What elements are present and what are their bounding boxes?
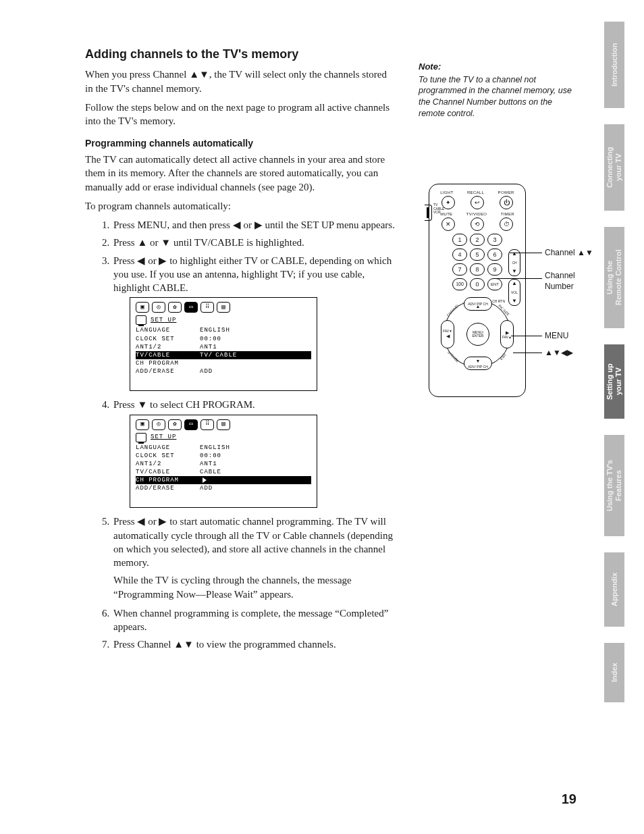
note-body: To tune the TV to a channel not programm… xyxy=(419,74,575,120)
dpad-down[interactable]: ▼ADV/ PIP CH xyxy=(464,357,492,370)
left-icon: ◀ xyxy=(137,254,145,267)
intro-paragraph-2: Follow the steps below and on the next p… xyxy=(85,101,396,128)
osd-screenshot-1: ▣◎✿▭⠿▤ SET UP LANGUAGEENGLISH CLOCK SET0… xyxy=(130,297,317,391)
ent-button[interactable]: ENT xyxy=(487,278,502,290)
timer-button[interactable]: ⏱ xyxy=(500,217,513,231)
num-100[interactable]: 100 xyxy=(452,278,467,290)
page-number: 19 xyxy=(562,790,576,808)
up-down-icon: ▲▼ xyxy=(189,68,209,81)
callout-channel-number: Channel Number xyxy=(545,270,575,292)
num-0[interactable]: 0 xyxy=(470,278,485,290)
sub-intro: The TV can automatically detect all acti… xyxy=(85,153,396,194)
step-2: Press ▲ or ▼ until TV/CABLE is highlight… xyxy=(112,236,396,249)
intro-paragraph-1: When you press Channel ▲▼, the TV will s… xyxy=(85,68,396,95)
dpad-left[interactable]: FAV▼◀ xyxy=(441,320,454,348)
tvvideo-button[interactable]: ⟲ xyxy=(471,217,484,231)
section-tabs: Introduction Connecting your TV Using th… xyxy=(604,22,624,719)
tab-index[interactable]: Index xyxy=(604,643,624,702)
callout-channel: Channel ▲▼ xyxy=(545,247,593,258)
leader-line xyxy=(511,336,542,336)
osd-title: SET UP xyxy=(151,316,176,324)
step-6: When channel programming is complete, th… xyxy=(112,606,396,634)
num-4[interactable]: 4 xyxy=(452,249,467,261)
dpad-right[interactable]: ▶FAV▲ xyxy=(500,320,514,348)
tab-remote[interactable]: Using the Remote Control xyxy=(604,227,624,328)
up-icon: ▲ xyxy=(137,236,147,249)
num-5[interactable]: 5 xyxy=(470,249,485,261)
up-down-icon: ▲▼ xyxy=(173,637,194,651)
osd-icon-row: ▣◎✿▭⠿▤ xyxy=(136,302,311,313)
remote-outline: TVCABLEVCR LIGHTRECALLPOWER ✦ ↩ ⏻ MUTETV… xyxy=(429,184,526,397)
left-icon: ◀ xyxy=(233,218,241,232)
tv-icon xyxy=(136,433,146,442)
up-icon: ▲ xyxy=(512,281,517,286)
down-icon: ▼ xyxy=(161,236,171,249)
num-2[interactable]: 2 xyxy=(470,234,485,246)
mode-slider xyxy=(425,205,432,221)
down-icon: ▼ xyxy=(137,398,147,411)
tab-introduction[interactable]: Introduction xyxy=(604,22,624,108)
right-triangle-icon xyxy=(203,477,207,483)
step-1: Press MENU, and then press ◀ or ▶ until … xyxy=(112,218,396,232)
leader-line xyxy=(513,353,542,353)
osd-screenshot-2: ▣◎✿▭⠿▤ SET UP LANGUAGEENGLISH CLOCK SET0… xyxy=(130,415,317,509)
osd-icon-row: ▣◎✿▭⠿▤ xyxy=(136,419,311,430)
page: Adding channels to the TV's memory When … xyxy=(0,0,644,834)
num-9[interactable]: 9 xyxy=(487,263,502,276)
tab-appendix[interactable]: Appendix xyxy=(604,552,624,627)
leader-line xyxy=(510,253,542,253)
num-1[interactable]: 1 xyxy=(452,234,467,246)
top-label-row-1: LIGHTRECALLPOWER xyxy=(433,190,521,195)
page-title: Adding channels to the TV's memory xyxy=(85,46,396,62)
left-icon: ◀ xyxy=(137,515,145,528)
top-button-row-2: ✕ ⟲ ⏱ xyxy=(433,217,521,231)
num-7[interactable]: 7 xyxy=(452,263,467,276)
step-7: Press Channel ▲▼ to view the programmed … xyxy=(112,637,396,651)
num-3[interactable]: 3 xyxy=(487,234,502,246)
dpad-up[interactable]: ADV/ PIP CH▲ xyxy=(464,297,492,311)
top-label-row-2: MUTETV/VIDEOTIMER xyxy=(433,211,521,217)
top-button-row-1: ✦ ↩ ⏻ xyxy=(433,196,521,209)
mute-button[interactable]: ✕ xyxy=(441,217,455,231)
section-subheading: Programming channels automatically xyxy=(85,137,396,150)
callout-arrows: ▲▼◀▶ xyxy=(545,347,573,358)
power-button[interactable]: ⏻ xyxy=(500,196,513,209)
tab-setting-up[interactable]: Setting up your TV xyxy=(604,344,624,419)
down-icon: ▼ xyxy=(512,269,517,274)
main-content: Adding channels to the TV's memory When … xyxy=(85,46,396,658)
dpad: ADV/ PIP CH▲ ▼ADV/ PIP CH ▶FAV▲ FAV▼◀ ME… xyxy=(444,300,511,367)
leader-line xyxy=(496,278,542,279)
remote-diagram: TVCABLEVCR LIGHTRECALLPOWER ✦ ↩ ⏻ MUTETV… xyxy=(429,184,604,397)
step-3: Press ◀ or ▶ to highlight either TV or C… xyxy=(112,254,396,392)
menu-enter-button[interactable]: MENU/ ENTER xyxy=(466,323,489,346)
tv-icon xyxy=(136,315,146,325)
mode-slider-labels: TVCABLEVCR xyxy=(433,203,444,215)
step-5-note: While the TV is cycling through the chan… xyxy=(113,573,396,601)
right-icon: ▶ xyxy=(254,218,263,232)
tab-features[interactable]: Using the TV's Features xyxy=(604,435,624,536)
channel-rocker[interactable]: ▲ CH ▼ xyxy=(508,249,520,276)
step-4: Press ▼ to select CH PROGRAM. ▣◎✿▭⠿▤ SET… xyxy=(112,398,396,508)
osd-title: SET UP xyxy=(151,433,176,441)
callout-menu: MENU xyxy=(545,330,568,341)
down-icon: ▼ xyxy=(512,298,517,304)
tab-connecting[interactable]: Connecting your TV xyxy=(604,124,624,211)
note-block: Note: To tune the TV to a channel not pr… xyxy=(419,61,575,120)
step-5: Press ◀ or ▶ to start automatic channel … xyxy=(112,515,396,601)
right-icon: ▶ xyxy=(159,254,167,267)
note-title: Note: xyxy=(419,61,575,73)
recall-button[interactable]: ↩ xyxy=(471,196,484,209)
num-6[interactable]: 6 xyxy=(487,249,502,261)
steps-list: Press MENU, and then press ◀ or ▶ until … xyxy=(85,218,396,651)
right-icon: ▶ xyxy=(159,515,167,528)
sub-lead: To program channels automatically: xyxy=(85,199,396,213)
num-8[interactable]: 8 xyxy=(470,263,485,276)
